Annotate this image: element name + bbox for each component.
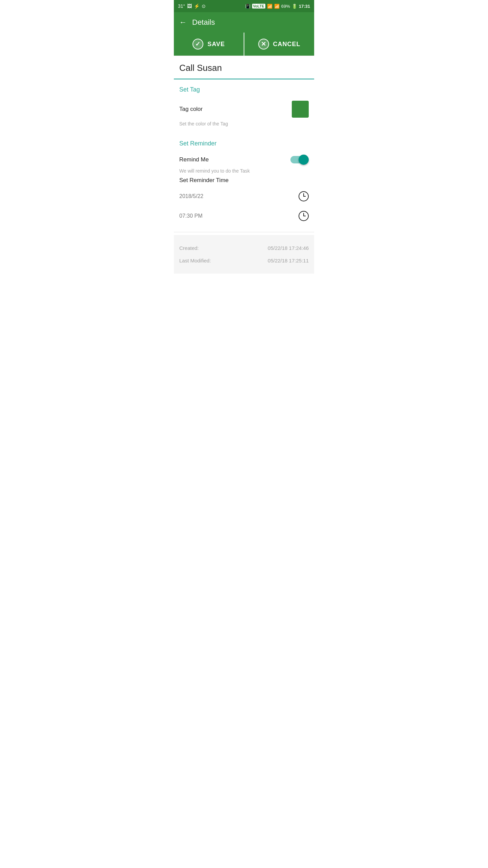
save-label: SAVE xyxy=(207,41,225,48)
modified-value: 05/22/18 17:25:11 xyxy=(268,258,309,263)
metadata-section: Created: 05/22/18 17:24:46 Last Modified… xyxy=(174,235,314,274)
remind-me-sublabel: We will remind you to do the Task xyxy=(179,168,309,174)
wifi-icon: 📶 xyxy=(267,4,272,9)
reminder-time-label: Set Reminder Time xyxy=(179,177,309,184)
temperature: 31° xyxy=(178,3,185,9)
cancel-label: CANCEL xyxy=(273,41,301,48)
remind-me-label: Remind Me xyxy=(179,156,209,163)
set-reminder-title: Set Reminder xyxy=(179,140,309,147)
status-bar: 31° 🖼 ⚡ ⊙ 📳 VoLTE 📶 📶 69% 🔋 17:31 xyxy=(174,0,314,12)
app-toolbar: ← Details xyxy=(174,12,314,33)
volte-label: VoLTE xyxy=(252,4,265,8)
cancel-button[interactable]: ✕ CANCEL xyxy=(244,33,314,56)
image-icon: 🖼 xyxy=(187,3,192,9)
created-value: 05/22/18 17:24:46 xyxy=(268,245,309,251)
time-display: 17:31 xyxy=(299,4,310,9)
modified-label: Last Modified: xyxy=(179,258,211,263)
status-right: 📳 VoLTE 📶 📶 69% 🔋 17:31 xyxy=(245,4,310,9)
remind-me-toggle[interactable] xyxy=(290,155,309,165)
modified-row: Last Modified: 05/22/18 17:25:11 xyxy=(179,254,309,267)
task-name-input[interactable] xyxy=(179,63,309,73)
status-left: 31° 🖼 ⚡ ⊙ xyxy=(178,3,206,9)
task-name-container xyxy=(174,56,314,79)
battery-percent: 69% xyxy=(281,4,290,9)
time-value: 07:30 PM xyxy=(179,213,202,219)
battery-icon: 🔋 xyxy=(292,4,297,9)
cancel-icon: ✕ xyxy=(258,39,269,50)
tag-color-row: Tag color xyxy=(179,99,309,120)
save-button[interactable]: ✓ SAVE xyxy=(174,33,244,56)
signal-icon: 📶 xyxy=(274,4,280,9)
toggle-thumb xyxy=(299,155,309,165)
remind-me-row: Remind Me xyxy=(179,153,309,167)
tag-color-sublabel: Set the color of the Tag xyxy=(179,121,309,126)
back-button[interactable]: ← xyxy=(179,18,187,27)
save-icon: ✓ xyxy=(192,39,203,50)
set-tag-section: Set Tag Tag color Set the color of the T… xyxy=(174,79,314,133)
main-divider xyxy=(174,232,314,232)
tag-color-label: Tag color xyxy=(179,106,203,113)
created-row: Created: 05/22/18 17:24:46 xyxy=(179,242,309,254)
time-row: 07:30 PM xyxy=(179,206,309,226)
action-buttons: ✓ SAVE ✕ CANCEL xyxy=(174,33,314,56)
created-label: Created: xyxy=(179,245,199,251)
date-value: 2018/5/22 xyxy=(179,193,203,199)
set-tag-title: Set Tag xyxy=(179,86,309,93)
time-clock-icon[interactable] xyxy=(299,211,309,221)
usb-icon: ⚡ xyxy=(194,3,200,9)
page-title: Details xyxy=(192,18,215,27)
set-reminder-section: Set Reminder Remind Me We will remind yo… xyxy=(174,133,314,229)
record-icon: ⊙ xyxy=(202,3,206,9)
tag-color-box[interactable] xyxy=(292,101,309,118)
date-row: 2018/5/22 xyxy=(179,186,309,206)
vibrate-icon: 📳 xyxy=(245,4,250,9)
date-clock-icon[interactable] xyxy=(299,191,309,201)
